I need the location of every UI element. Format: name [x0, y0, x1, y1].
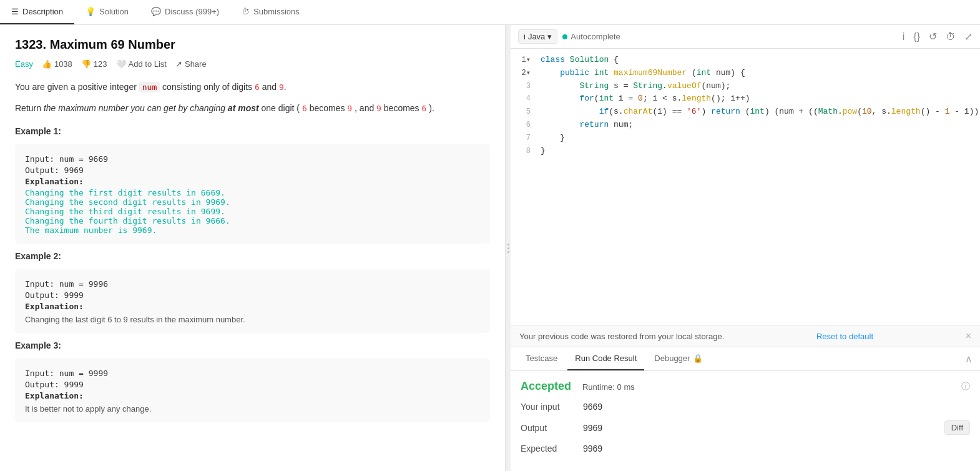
code-line-2: 2▾ public int maximum69Number (int num) …	[511, 67, 980, 80]
thumbs-down-icon: 👎	[81, 59, 91, 69]
diff-button[interactable]: Diff	[944, 420, 970, 435]
difficulty-badge: Easy	[15, 59, 33, 69]
thumbs-up-icon: 👍	[42, 59, 52, 69]
accepted-status: Accepted	[521, 380, 571, 392]
example-1-exp-line-4: Changing the fourth digit results in 966…	[25, 216, 480, 226]
add-to-list-button[interactable]: 🤍 Add to List	[116, 59, 167, 69]
example-1-exp-line-5: The maximum number is 9969.	[25, 226, 480, 235]
collapse-button[interactable]: ∧	[965, 353, 973, 365]
toolbar-left: i Java ▾ Autocomplete	[518, 29, 620, 44]
problem-title: 1323. Maximum 69 Number	[15, 37, 490, 52]
code-line-4: 4 for(int i = 0; i < s.length(); i++)	[511, 92, 980, 106]
example-2-output: Output: 9999	[25, 290, 480, 300]
output-label: Output	[521, 423, 583, 433]
top-nav: ☰ Description 💡 Solution 💬 Discuss (999+…	[0, 0, 980, 25]
tab-testcase[interactable]: Testcase	[518, 347, 565, 370]
problem-meta: Easy 👍 1038 👎 123 🤍 Add to List ↗ Share	[15, 59, 490, 69]
example-3-title: Example 3:	[15, 340, 490, 350]
digit-9: 9	[279, 82, 284, 92]
example-1-exp-line-3: Changing the third digit results in 9699…	[25, 207, 480, 216]
example-3-block: Input: num = 9999 Output: 9999 Explanati…	[15, 358, 490, 422]
lock-icon: 🔒	[693, 354, 703, 363]
accepted-header: Accepted Runtime: 0 ms ⓘ	[521, 380, 970, 393]
example-2-input: Input: num = 9996	[25, 279, 480, 289]
results-area: Accepted Runtime: 0 ms ⓘ Your input 9669…	[511, 371, 980, 471]
code-line-1: 1▾ class Solution {	[511, 54, 980, 67]
discuss-icon: 💬	[151, 7, 161, 16]
autocomplete-dot	[562, 34, 567, 39]
close-banner-button[interactable]: ×	[966, 330, 971, 342]
example-1-explanation-label: Explanation:	[25, 177, 480, 186]
lang-icon: i	[524, 32, 526, 41]
tab-debugger[interactable]: Debugger 🔒	[647, 347, 710, 370]
info-icon[interactable]: i	[903, 31, 905, 42]
num-variable: num	[139, 82, 160, 92]
digit-6: 6	[255, 82, 260, 92]
code-line-8: 8 }	[511, 145, 980, 158]
editor-toolbar: i Java ▾ Autocomplete i {} ↺ ⏱ ⤢	[511, 25, 980, 49]
heart-icon: 🤍	[116, 59, 126, 69]
code-line-5: 5 if(s.charAt(i) == '6') return (int) (n…	[511, 106, 980, 119]
code-line-3: 3 String s = String.valueOf(num);	[511, 80, 980, 93]
your-input-row: Your input 9669	[521, 402, 970, 412]
output-row: Output 9969 Diff	[521, 420, 970, 435]
example-1-exp-line-2: Changing the second digit results in 996…	[25, 197, 480, 207]
example-1-title: Example 1:	[15, 126, 490, 136]
code-editor[interactable]: 1▾ class Solution { 2▾ public int maximu…	[511, 49, 980, 325]
your-input-value: 9669	[583, 402, 970, 412]
restore-text: Your previous code was restored from you…	[519, 332, 724, 341]
left-panel: 1323. Maximum 69 Number Easy 👍 1038 👎 12…	[0, 25, 506, 471]
expected-row: Expected 9969	[521, 444, 970, 454]
example-1-exp-line-1: Changing the first digit results in 6669…	[25, 188, 480, 197]
panel-divider[interactable]	[506, 25, 511, 471]
example-3-explanation-label: Explanation:	[25, 391, 480, 400]
output-value: 9969	[583, 423, 944, 433]
expected-value: 9969	[583, 444, 970, 454]
share-icon: ↗	[175, 59, 182, 69]
tab-description[interactable]: ☰ Description	[0, 0, 74, 24]
example-3-exp-line-1: It is better not to apply any change.	[25, 404, 480, 414]
fullscreen-icon[interactable]: ⤢	[964, 31, 973, 42]
example-3-input: Input: num = 9999	[25, 369, 480, 378]
expected-label: Expected	[521, 444, 583, 454]
dislikes-button[interactable]: 👎 123	[81, 59, 107, 69]
description-icon: ☰	[11, 7, 19, 16]
your-input-label: Your input	[521, 402, 583, 412]
example-2-exp-line-1: Changing the last digit 6 to 9 results i…	[25, 315, 480, 324]
autocomplete-button[interactable]: Autocomplete	[562, 32, 620, 41]
problem-description: You are given a positive integer num con…	[15, 80, 490, 116]
bottom-panel: Testcase Run Code Result Debugger 🔒 ∧ Ac…	[511, 347, 980, 471]
reset-icon[interactable]: ↺	[929, 31, 937, 42]
example-1-block: Input: num = 9669 Output: 9969 Explanati…	[15, 144, 490, 244]
solution-icon: 💡	[86, 7, 96, 16]
example-3-output: Output: 9999	[25, 380, 480, 389]
share-button[interactable]: ↗ Share	[175, 59, 207, 69]
example-2-title: Example 2:	[15, 251, 490, 261]
content-area: 1323. Maximum 69 Number Easy 👍 1038 👎 12…	[0, 25, 980, 471]
code-line-6: 6 return num;	[511, 119, 980, 132]
example-1-input: Input: num = 9669	[25, 154, 480, 164]
result-info-icon[interactable]: ⓘ	[961, 381, 970, 392]
bottom-tabs: Testcase Run Code Result Debugger 🔒 ∧	[511, 347, 980, 371]
tab-run-code-result[interactable]: Run Code Result	[567, 347, 644, 370]
tab-solution[interactable]: 💡 Solution	[74, 0, 140, 24]
runtime-text: Runtime: 0 ms	[582, 382, 635, 392]
restore-banner: Your previous code was restored from you…	[511, 325, 980, 347]
code-line-7: 7 }	[511, 132, 980, 145]
tab-discuss[interactable]: 💬 Discuss (999+)	[140, 0, 230, 24]
format-icon[interactable]: {}	[913, 31, 920, 42]
example-2-block: Input: num = 9996 Output: 9999 Explanati…	[15, 269, 490, 333]
tab-submissions[interactable]: ⏱ Submissions	[230, 0, 311, 24]
example-1-output: Output: 9969	[25, 166, 480, 175]
likes-button[interactable]: 👍 1038	[42, 59, 72, 69]
language-selector[interactable]: i Java ▾	[518, 29, 557, 44]
divider-handle	[507, 244, 509, 253]
submissions-icon: ⏱	[242, 7, 250, 16]
right-panel: i Java ▾ Autocomplete i {} ↺ ⏱ ⤢	[511, 25, 980, 471]
toolbar-right: i {} ↺ ⏱ ⤢	[903, 31, 973, 42]
chevron-down-icon: ▾	[547, 32, 552, 41]
settings-icon[interactable]: ⏱	[946, 31, 956, 42]
example-2-explanation-label: Explanation:	[25, 302, 480, 311]
reset-to-default-link[interactable]: Reset to default	[816, 332, 873, 341]
